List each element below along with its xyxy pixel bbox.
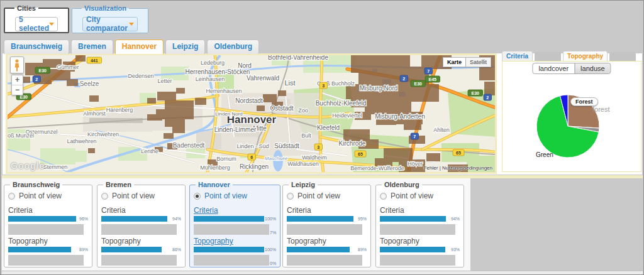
road-shield: 2 — [484, 94, 492, 100]
landcover-pie-chart[interactable] — [502, 62, 641, 171]
side-tab-redacted[interactable] — [609, 52, 636, 61]
map-place-label: Zoo — [298, 107, 308, 114]
visualization-select[interactable]: City comparator — [82, 17, 138, 31]
map-place-label: Ricklingen — [240, 163, 269, 170]
svg-text:441: 441 — [91, 58, 98, 63]
map-place-label: Linden Nord — [215, 111, 243, 117]
side-tab-topography[interactable]: Topography — [563, 51, 608, 61]
panel-hannover: Hannover Point of view Criteria 100% 7% … — [189, 181, 280, 267]
criteria-label: Criteria — [101, 206, 181, 215]
criteria-label: Criteria — [287, 206, 367, 215]
point-of-view-label: Point of view — [204, 191, 247, 200]
panel-title: Oldenburg — [382, 181, 422, 188]
svg-text:E45: E45 — [429, 77, 437, 82]
side-tab-bar: Criteria Topography — [502, 50, 643, 61]
cities-select[interactable]: 5 selected — [15, 17, 58, 31]
map-place-label: Vahrenwald — [247, 75, 279, 82]
point-of-view-radio[interactable] — [8, 193, 15, 200]
topography-bar — [8, 247, 71, 252]
map-place-label: Buchholz-Kleefeld — [316, 100, 367, 107]
map-place-label: Höver — [408, 161, 423, 167]
topography-bar — [380, 247, 445, 252]
map-canvas[interactable]: GümmerDedensenSeelzeLetterHarenbergAlmho… — [8, 55, 495, 172]
google-logo: Google — [11, 161, 45, 171]
map-place-label: List — [284, 79, 295, 87]
map-place-label: Badenstedt — [173, 142, 205, 149]
redacted-block — [8, 224, 84, 235]
criteria-bar — [8, 216, 76, 222]
criteria-percent: 100% — [265, 217, 276, 221]
redacted-block — [380, 255, 455, 266]
map-place-label: Letter — [157, 78, 172, 84]
road-shield: E30 — [468, 90, 483, 96]
tab-oldenburg[interactable]: Oldenburg — [207, 40, 259, 54]
pegman-icon — [14, 59, 20, 72]
road-shield: 3 — [314, 144, 323, 150]
road-shield: E30 — [411, 80, 426, 87]
criteria-label: Criteria — [194, 206, 276, 215]
criteria-label: Criteria — [8, 206, 88, 215]
city-tab-bar: Braunschweig Bremen Hannover Leipzig Old… — [4, 40, 259, 54]
map-place-label: Ledeburg — [201, 60, 225, 66]
point-of-view-radio[interactable] — [380, 193, 387, 200]
zoom-in-button[interactable]: + — [12, 75, 23, 85]
map-place-label: Ahlten — [433, 127, 450, 133]
point-of-view-radio[interactable] — [287, 193, 294, 200]
road-shield: 65 — [355, 151, 366, 157]
panel-braunschweig: Braunschweig Point of view Criteria 96% … — [4, 181, 92, 267]
map-place-label: Leinhausen — [196, 76, 225, 82]
visualization-select-value: City comparator — [86, 15, 129, 33]
side-tab-criteria[interactable]: Criteria — [502, 51, 533, 61]
redacted-block — [287, 255, 362, 266]
panel-title: Braunschweig — [10, 181, 62, 188]
tab-bremen[interactable]: Bremen — [71, 40, 113, 54]
landuse-button[interactable]: landuse — [574, 63, 611, 74]
svg-text:7: 7 — [427, 69, 430, 73]
road-shield: 7 — [425, 68, 433, 74]
criteria-bar — [287, 216, 353, 222]
panel-bremen: Bremen Point of view Criteria 94% Topogr… — [97, 181, 186, 267]
tab-hannover[interactable]: Hannover — [115, 40, 164, 54]
zoom-out-button[interactable]: − — [12, 85, 23, 95]
map-type-satellit-button[interactable]: Satellit — [466, 57, 491, 67]
map-place-label: Kirchrode — [339, 140, 366, 147]
road-shield: 441 — [87, 57, 102, 63]
map-place-label: Linden-Limmer — [214, 126, 257, 133]
topography-label: Topography — [8, 237, 88, 245]
criteria-bar — [380, 216, 446, 222]
map-place-label: Maschsee — [265, 156, 288, 161]
road-shield: E45 — [425, 76, 440, 82]
map-place-label: Waldhausen — [287, 161, 319, 167]
cities-label: Cities — [14, 4, 38, 12]
svg-text:3: 3 — [322, 84, 325, 88]
svg-text:7: 7 — [413, 134, 416, 139]
redacted-block — [287, 224, 362, 235]
map-zoom-control: + − — [11, 75, 23, 95]
map-place-label: Bothfeld-Vahrenheide — [268, 55, 328, 61]
visualization-fieldset: Visualization City comparator — [72, 4, 148, 33]
map-attribution-links[interactable]: Fehler | Nutzungsbedingungen — [424, 165, 492, 171]
svg-text:65: 65 — [456, 151, 461, 155]
point-of-view-label: Point of view — [19, 191, 62, 200]
pegman-control[interactable] — [10, 57, 24, 73]
tab-braunschweig[interactable]: Braunschweig — [4, 40, 69, 54]
landcover-button[interactable]: landcover — [532, 63, 575, 74]
map-place-label: Almhorst — [83, 111, 106, 117]
pie-slice-label-green: Green — [536, 151, 553, 158]
map-type-karte-button[interactable]: Karte — [443, 57, 466, 67]
map-place-label: Dedensen — [128, 73, 153, 79]
svg-text:E30: E30 — [39, 68, 47, 73]
svg-text:E30: E30 — [472, 91, 480, 95]
point-of-view-radio[interactable] — [194, 193, 201, 200]
tab-leipzig[interactable]: Leipzig — [165, 40, 205, 54]
hannover-map[interactable]: GümmerDedensenSeelzeLetterHarenbergAlmho… — [6, 53, 497, 174]
topography-percent: 86% — [172, 247, 181, 252]
pie-hover-label: forest — [592, 105, 610, 113]
point-of-view-radio[interactable] — [101, 193, 108, 200]
map-place-label: Bult — [301, 132, 311, 139]
point-of-view-label: Point of view — [391, 191, 433, 200]
map-place-label: Harenberg — [106, 107, 133, 113]
bottom-strip — [2, 271, 643, 274]
redacted-block — [101, 224, 177, 235]
side-tab-redacted[interactable] — [535, 52, 561, 61]
